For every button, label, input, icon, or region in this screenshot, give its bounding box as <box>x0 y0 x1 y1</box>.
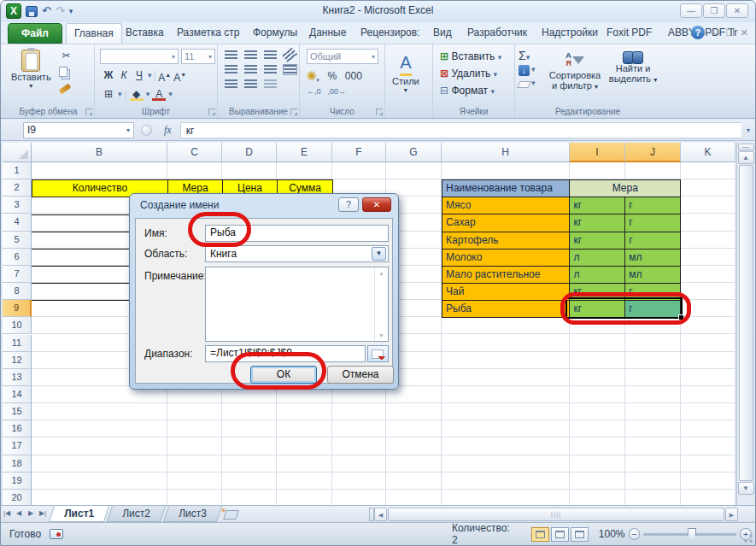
restore-button[interactable]: ❐ <box>703 3 725 18</box>
tab-1[interactable]: Главная <box>66 23 122 44</box>
column-header-H[interactable]: H <box>442 143 570 162</box>
row-header-8[interactable]: 8 <box>3 283 32 300</box>
prev-sheet-icon[interactable]: ◀ <box>13 506 25 522</box>
cell-H4[interactable]: Сахар <box>442 214 570 232</box>
v-split-handle[interactable]: — <box>738 144 754 150</box>
table-row[interactable]: Картофель кг г <box>442 232 681 250</box>
column-header-E[interactable]: E <box>277 143 332 162</box>
align-top-icon[interactable] <box>225 50 237 60</box>
macro-record-icon[interactable] <box>50 529 63 539</box>
horizontal-scrollbar[interactable]: ◀ |||| ▶ <box>369 508 738 521</box>
row-header-19[interactable]: 19 <box>3 473 32 490</box>
minimize-button[interactable]: — <box>680 3 702 18</box>
insert-cells-button[interactable]: ⊞ Вставить ▾ <box>440 50 501 62</box>
row-header-18[interactable]: 18 <box>3 455 32 473</box>
next-sheet-icon[interactable]: ▶ <box>25 506 37 522</box>
first-sheet-icon[interactable]: |◀ <box>1 506 13 522</box>
cell-I4[interactable]: кг <box>570 214 625 232</box>
column-header-B[interactable]: B <box>32 143 167 162</box>
cell-I3[interactable]: кг <box>570 197 625 214</box>
close-icon-small[interactable]: ✕ <box>741 27 748 38</box>
zoom-out-button[interactable]: − <box>629 528 641 540</box>
select-all-corner[interactable] <box>3 143 32 162</box>
fx-icon[interactable]: fx <box>164 124 172 137</box>
insert-worksheet-icon[interactable] <box>220 506 242 522</box>
comment-scrollbar[interactable]: ▲▼ <box>374 267 388 341</box>
tab-9[interactable]: Надстройки <box>534 23 606 44</box>
alignment-dialog-launcher-icon[interactable] <box>290 109 297 115</box>
align-bottom-icon[interactable] <box>264 50 277 60</box>
font-name-select[interactable]: ▾ <box>100 49 179 64</box>
dialog-help-button[interactable]: ? <box>338 197 359 212</box>
align-right-icon[interactable] <box>264 65 277 74</box>
last-sheet-icon[interactable]: ▶| <box>37 506 49 522</box>
decrease-decimal-icon[interactable]: ,00→ <box>328 87 347 96</box>
tab-7[interactable]: Вид <box>425 23 460 44</box>
row-header-1[interactable]: 1 <box>3 162 32 179</box>
row-header-5[interactable]: 5 <box>3 232 32 249</box>
row-header-16[interactable]: 16 <box>3 420 32 437</box>
h-scroll-thumb[interactable]: |||| <box>388 508 724 521</box>
resize-grip[interactable] <box>743 533 753 543</box>
font-size-select[interactable]: 11▾ <box>181 49 215 64</box>
row-header-14[interactable]: 14 <box>3 386 32 403</box>
restore-icon-small[interactable]: ❐ <box>726 27 735 38</box>
normal-view-button[interactable] <box>531 527 549 542</box>
sheet-tab-list2[interactable]: Лист2 <box>107 506 166 522</box>
column-header-D[interactable]: D <box>222 143 277 162</box>
column-header-J[interactable]: J <box>625 143 681 162</box>
fill-button[interactable]: ↓▾ <box>519 65 536 76</box>
cut-icon[interactable]: ✂ <box>59 50 73 62</box>
tab-10[interactable]: Foxit PDF <box>599 23 659 44</box>
currency-icon[interactable]: ◉▾ <box>307 68 319 84</box>
zoom-level[interactable]: 100% <box>599 528 625 540</box>
tab-file[interactable]: Файл <box>8 23 62 44</box>
table-row[interactable]: Молоко л мл <box>442 250 681 267</box>
delete-cells-button[interactable]: ⊠ Удалить ▾ <box>440 68 501 79</box>
borders-dropdown-icon[interactable]: ▾ <box>118 90 122 98</box>
cell-H6[interactable]: Молоко <box>442 250 570 267</box>
decrease-indent-icon[interactable] <box>225 79 237 89</box>
italic-button[interactable]: К <box>117 68 131 82</box>
name-box-dropdown-icon[interactable]: ▾ <box>126 126 130 134</box>
row-header-17[interactable]: 17 <box>3 437 32 455</box>
row-header-4[interactable]: 4 <box>3 214 32 231</box>
align-left-icon[interactable] <box>225 65 237 74</box>
name-box[interactable]: I9▾ <box>23 122 134 138</box>
scroll-up-icon[interactable]: ▲ <box>738 151 754 164</box>
tab-4[interactable]: Формулы <box>245 23 305 44</box>
column-header-K[interactable]: K <box>681 143 735 162</box>
row-header-11[interactable]: 11 <box>3 335 32 352</box>
increase-indent-icon[interactable] <box>244 79 257 89</box>
page-break-view-button[interactable] <box>571 527 589 542</box>
tab-2[interactable]: Вставка <box>118 23 172 44</box>
cancel-button[interactable]: Отмена <box>327 366 394 384</box>
column-header-C[interactable]: C <box>167 143 222 162</box>
tab-6[interactable]: Рецензиров: <box>353 23 427 44</box>
tab-8[interactable]: Разработчик <box>460 23 535 44</box>
font-dialog-launcher-icon[interactable] <box>208 109 215 115</box>
cell-H2-name-header[interactable]: Наименование товара <box>442 180 570 197</box>
fill-color-button[interactable]: ◆ <box>130 87 144 101</box>
cell-I2-J2-measure-header[interactable]: Мера <box>570 180 681 197</box>
cell-I5[interactable]: кг <box>570 232 625 250</box>
number-dialog-launcher-icon[interactable] <box>376 109 383 115</box>
autosum-button[interactable]: Σ▾ <box>519 49 536 62</box>
comma-style-button[interactable]: 000 <box>345 69 362 83</box>
table-row[interactable]: Мясо кг г <box>442 197 681 214</box>
column-header-G[interactable]: G <box>386 143 442 162</box>
underline-dropdown-icon[interactable]: ▾ <box>148 71 152 79</box>
clipboard-dialog-launcher-icon[interactable] <box>85 109 92 115</box>
borders-button[interactable]: ⊞ <box>102 87 115 101</box>
row-header-20[interactable]: 20 <box>3 490 32 507</box>
cell-H8[interactable]: Чай <box>442 284 570 301</box>
cell-H5[interactable]: Картофель <box>442 232 570 250</box>
underline-button[interactable]: Ч <box>132 68 146 82</box>
column-header-I[interactable]: I <box>570 143 625 162</box>
wrap-text-icon[interactable] <box>264 79 277 89</box>
sheet-tab-list1[interactable]: Лист1 <box>49 506 109 522</box>
grow-font-button[interactable]: А▲ <box>158 68 172 82</box>
sheet-tab-list3[interactable]: Лист3 <box>163 506 222 522</box>
zoom-slider[interactable] <box>643 533 736 536</box>
v-scroll-thumb[interactable] <box>739 165 753 481</box>
